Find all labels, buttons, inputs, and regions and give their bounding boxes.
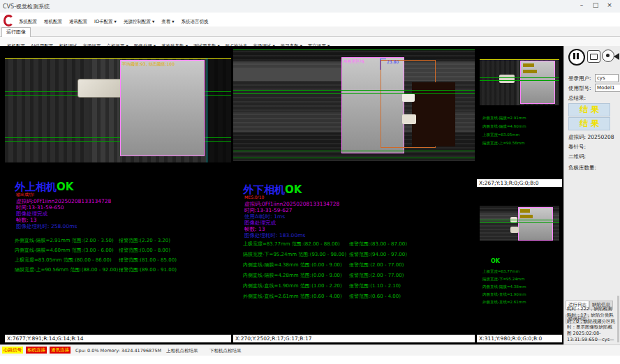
tab-run-image[interactable]: 运行图像 bbox=[1, 27, 31, 37]
thumb2-image[interactable] bbox=[480, 206, 559, 241]
machine-band bbox=[233, 68, 345, 81]
control-sidebar: 登录用户: cys 使用型号: Model1 总结果: 结 果 结 果 虚拟码:… bbox=[563, 46, 620, 344]
threshold-mark bbox=[523, 63, 534, 67]
green-line bbox=[480, 220, 559, 220]
measurement: 内侧直线-隔膜=4.60mm 范围:(3.00 - 6.00) bbox=[15, 247, 114, 254]
thumb2-text: 内侧直线-直线=1.90mm bbox=[482, 292, 526, 297]
camera2-coords: X:270;Y:2502;R:17;G:17;B:17 bbox=[233, 335, 475, 342]
glint bbox=[402, 114, 416, 124]
green-line bbox=[233, 50, 475, 50]
menu-bar: 系统配置相机配置通讯配置IO卡配置 ▾光源控制配置 ▾查看 ▾系统语言切换 bbox=[0, 13, 620, 26]
close-button[interactable]: × bbox=[603, 1, 616, 8]
measurement: 隔膜宽度-下=95.24mm 范围:(93.00 - 98.00) bbox=[243, 251, 346, 258]
result-box-1: 结 果 bbox=[568, 103, 610, 116]
machine-dark-block bbox=[412, 82, 455, 146]
alarm-range: 报警范围:(0.60 - 4.00) bbox=[349, 293, 401, 300]
roi-rect bbox=[120, 60, 205, 156]
model-field[interactable]: Model1 bbox=[595, 84, 620, 92]
alarm-range: 报警范围:(89.00 - 91.00) bbox=[119, 266, 177, 273]
alarm-range: 报警范围:(83.00 - 87.00) bbox=[349, 241, 407, 248]
thumb1-image[interactable] bbox=[480, 59, 559, 105]
camera2-image[interactable]: AI检测区域 23.80 bbox=[233, 49, 475, 161]
total-result-label: 总结果: bbox=[568, 95, 586, 102]
green-line bbox=[480, 77, 559, 78]
pause-icon bbox=[573, 53, 575, 59]
measurement: 隔膜宽度-上=90.56mm 范围:(88.00 - 92.00) bbox=[15, 266, 118, 273]
glint bbox=[510, 227, 519, 233]
model-label: 使用型号: bbox=[568, 85, 591, 92]
pause-button[interactable] bbox=[568, 49, 585, 66]
measurement: 外侧直线-隔膜=2.91mm 范围:(2.00 - 3.50) bbox=[15, 237, 114, 244]
camera1-image[interactable]: 平均阈值:93, 动态阈值:100 bbox=[5, 58, 231, 162]
log-scrollbar[interactable] bbox=[617, 296, 619, 342]
measure-bracket bbox=[380, 59, 386, 70]
thumb1-panel: 外侧直线-隔膜=2.91mm 内侧直线-隔膜=4.60mm 上极宽度=83.05… bbox=[477, 46, 562, 187]
qr-code-label: 二维码: bbox=[568, 153, 586, 160]
connector-part bbox=[499, 75, 515, 83]
camera2-panel: AI检测区域 23.80 外下相机OK MES:0/10 虚拟码:0Ff1iin… bbox=[233, 46, 475, 344]
speaker-button[interactable] bbox=[614, 50, 620, 61]
yellow-line bbox=[5, 58, 231, 59]
alarm-range: 报警范围:(2.00 - 77.00) bbox=[349, 261, 404, 268]
record-button[interactable] bbox=[602, 50, 614, 62]
log-text: 耗时：222，缺陷检测耗时：17，缺陷分类耗时：0，缺陷视频分区耗时：显示图像取… bbox=[567, 306, 616, 342]
login-user-field[interactable]: cys bbox=[595, 74, 619, 82]
status-bar: 心跳信号 相机连接 通讯连接 Cpu: 0.0% Memory: 3424.41… bbox=[0, 344, 620, 356]
threshold-mark bbox=[520, 209, 530, 213]
alarm-range: 报警范围:(94.00 - 97.00) bbox=[349, 251, 407, 258]
camera1-elapsed: 图像处理耗时: 258.00ms bbox=[16, 223, 77, 230]
threshold-mark bbox=[520, 215, 533, 218]
snapshot-button[interactable] bbox=[587, 50, 600, 63]
green-line bbox=[233, 93, 475, 94]
main-area: 平均阈值:93, 动态阈值:100 外上相机OK 输出成功! 虚拟码:0Ff1i… bbox=[0, 46, 620, 344]
connector-part bbox=[78, 79, 124, 98]
alarm-range: 报警范围:(81.00 - 85.00) bbox=[119, 257, 177, 264]
green-line bbox=[480, 80, 559, 81]
camera2-elapsed: 图像处理耗时: 183.00ms bbox=[244, 232, 305, 239]
thumb1-text: 内侧直线-隔膜=4.60mm bbox=[482, 124, 526, 129]
title-bar: CVS-视觉检测系统 – □ × bbox=[0, 0, 620, 13]
alarm-range: 报警范围:(2.20 - 3.20) bbox=[119, 237, 170, 244]
maximize-button[interactable]: □ bbox=[589, 1, 602, 8]
result-box-2: 结 果 bbox=[568, 117, 610, 130]
pin-number-label: 卷针号: bbox=[568, 144, 586, 151]
glint bbox=[402, 93, 415, 102]
thumb1-text: 隔膜宽度-上=90.56mm bbox=[482, 141, 525, 146]
green-line bbox=[480, 222, 559, 223]
thumb1-coords: X:267;Y:13;R:0;G:0;B:0 bbox=[477, 179, 562, 187]
camera1-mes-status: 输出成功! bbox=[16, 192, 34, 198]
threshold-overlay: 平均阈值:93, 动态阈值:100 bbox=[122, 61, 175, 68]
heartbeat-badge: 心跳信号 bbox=[2, 347, 23, 354]
window-title: CVS-视觉检测系统 bbox=[3, 3, 50, 10]
thumb2-coords: X:311;Y:980;R:0;G:0;B:0 bbox=[477, 335, 562, 342]
measure-value: 23.80 bbox=[387, 59, 399, 64]
camera2-ok: OK bbox=[285, 183, 302, 196]
login-user-label: 登录用户: bbox=[568, 75, 591, 82]
thumb1-text: 外侧直线-隔膜=2.91mm bbox=[482, 116, 526, 121]
camera-icon bbox=[590, 54, 598, 60]
record-dot-icon bbox=[606, 54, 610, 57]
alarm-range: 报警范围:(1.10 - 2.10) bbox=[349, 282, 401, 289]
roi-rect bbox=[520, 61, 555, 104]
minimize-button[interactable]: – bbox=[575, 1, 588, 8]
measurement: 外侧直线-直线=2.61mm 范围:(0.60 - 4.00) bbox=[243, 293, 342, 300]
camera2-mes-status: MES:0/10 bbox=[244, 195, 264, 199]
virtual-code-label: 虚拟码: 20250208 bbox=[568, 134, 614, 141]
yellow-line bbox=[480, 59, 559, 60]
measurement: 上极宽度=83.77mm 范围:(82.00 - 88.00) bbox=[243, 241, 340, 248]
green-line bbox=[233, 158, 475, 158]
thumb2-panel: OK 上极宽度=83.77mm 隔膜宽度-下=95.24mm 内侧直线-隔膜=4… bbox=[477, 188, 562, 342]
green-line bbox=[233, 151, 475, 151]
threshold-mark bbox=[523, 70, 537, 73]
pause-icon bbox=[577, 53, 579, 59]
comm-link-badge: 通讯连接 bbox=[50, 347, 71, 354]
camera1-panel: 平均阈值:93, 动态阈值:100 外上相机OK 输出成功! 虚拟码:0Ff1i… bbox=[5, 46, 231, 344]
thumb2-text: 外侧直线-直线=2.61mm bbox=[482, 300, 526, 305]
toolbar: 相机配置AI使用配置相机调试高级设置点检设置 ▾图像处理 ▾基准线参数 ▾测试项… bbox=[0, 37, 620, 47]
negative-count-label: 负极库数量: bbox=[568, 165, 596, 172]
ai-region-label: AI检测区域 bbox=[344, 59, 364, 65]
thumb2-text: 上极宽度=83.77mm bbox=[482, 269, 519, 274]
thumb2-text: 隔膜宽度-下=95.24mm bbox=[482, 277, 525, 282]
green-line bbox=[233, 90, 475, 91]
cpu-memory-status: Cpu: 0.0% Memory: 3424.41796875M bbox=[75, 348, 161, 354]
